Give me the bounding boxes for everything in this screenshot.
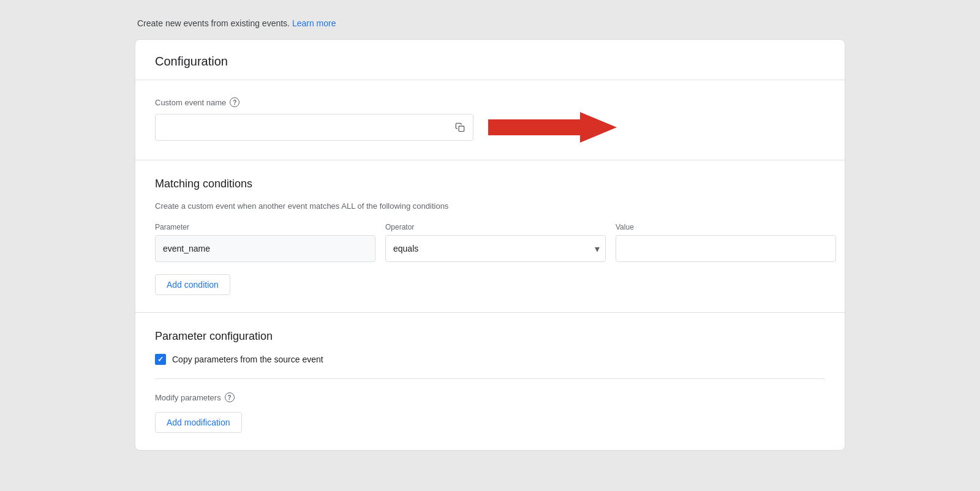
card-title-section: Configuration — [135, 40, 845, 80]
custom-event-name-section: Custom event name ? — [135, 80, 845, 160]
top-description: Create new events from existing events. … — [135, 18, 845, 28]
copy-icon-button[interactable] — [453, 120, 467, 135]
custom-event-name-input[interactable] — [155, 114, 473, 141]
page-wrapper: Create new events from existing events. … — [135, 18, 845, 451]
custom-event-name-help-icon[interactable]: ? — [230, 97, 239, 107]
value-input[interactable] — [616, 235, 836, 262]
value-column: Value — [616, 223, 836, 262]
custom-event-name-label: Custom event name — [155, 98, 226, 107]
description-text: Create new events from existing events. — [137, 18, 290, 28]
modify-params-text: Modify parameters — [155, 393, 221, 402]
operator-select[interactable]: equals contains starts with ends with do… — [385, 235, 606, 262]
parameter-configuration-title: Parameter configuration — [155, 330, 825, 343]
operator-col-label: Operator — [385, 223, 606, 231]
custom-event-name-row — [155, 112, 825, 143]
divider — [155, 378, 825, 379]
parameter-input[interactable] — [155, 235, 375, 262]
configuration-title: Configuration — [155, 54, 825, 69]
modify-params-label-row: Modify parameters ? — [155, 392, 825, 402]
add-condition-button[interactable]: Add condition — [155, 274, 230, 295]
learn-more-link[interactable]: Learn more — [292, 18, 336, 28]
parameter-configuration-section: Parameter configuration ✓ Copy parameter… — [135, 313, 845, 450]
parameter-column: Parameter — [155, 223, 375, 262]
svg-marker-1 — [488, 112, 617, 143]
conditions-grid: Parameter Operator equals contains start… — [155, 223, 825, 262]
configuration-card: Configuration Custom event name ? — [135, 39, 845, 451]
custom-event-name-label-row: Custom event name ? — [155, 97, 825, 107]
modify-params-help-icon[interactable]: ? — [225, 392, 235, 402]
copy-params-checkbox[interactable]: ✓ — [155, 354, 166, 365]
copy-params-row: ✓ Copy parameters from the source event — [155, 354, 825, 365]
matching-conditions-title: Matching conditions — [155, 178, 825, 190]
red-arrow-indicator — [488, 112, 617, 143]
checkmark-icon: ✓ — [157, 355, 164, 364]
operator-select-wrapper: equals contains starts with ends with do… — [385, 235, 606, 262]
matching-conditions-description: Create a custom event when another event… — [155, 201, 825, 211]
event-name-input-wrapper — [155, 114, 473, 141]
add-modification-button[interactable]: Add modification — [155, 412, 242, 433]
copy-params-label: Copy parameters from the source event — [172, 354, 323, 364]
value-col-label: Value — [616, 223, 836, 231]
matching-conditions-section: Matching conditions Create a custom even… — [135, 160, 845, 313]
parameter-col-label: Parameter — [155, 223, 375, 231]
operator-column: Operator equals contains starts with end… — [385, 223, 606, 262]
svg-rect-0 — [459, 126, 464, 132]
